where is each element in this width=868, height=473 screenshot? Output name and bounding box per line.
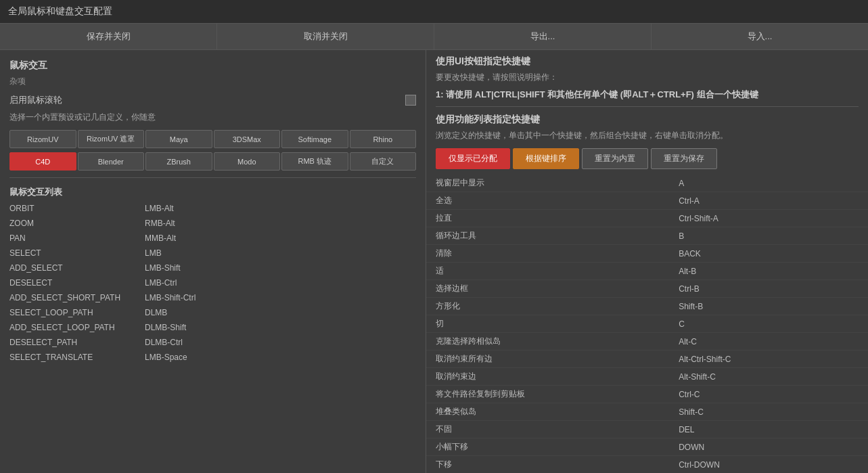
shortcut-table-row[interactable]: 循环边工具B [426,227,868,245]
mouse-scroll-checkbox[interactable] [405,95,416,106]
shortcut-name: 不固 [426,421,669,438]
shortcut-table-row[interactable]: 选择边框Ctrl-B [426,280,868,298]
shortcut-table-row[interactable]: 取消约束所有边Alt-Ctrl-Shift-C [426,351,868,368]
shortcut-table-row[interactable]: 下移Ctrl-DOWN [426,456,868,474]
save-close-button[interactable]: 保存并关闭 [0,24,217,49]
mouse-section-title: 鼠标交互 [0,55,426,74]
shortcut-list-wrapper[interactable]: 视窗层中显示A全选Ctrl-A拉直Ctrl-Shift-A循环边工具B清除BAC… [426,175,868,473]
shortcut-key: Ctrl-B [669,280,868,298]
shortcut-key: Ctrl-DOWN [669,456,868,474]
shortcut-name: 清除 [426,245,669,263]
preset-3dsmax[interactable]: 3DSMax [214,130,281,148]
shortcut-table-row[interactable]: 视窗层中显示A [426,175,868,192]
shortcut-table-row[interactable]: 全选Ctrl-A [426,192,868,210]
left-panel: 鼠标交互 杂项 启用鼠标滚轮 选择一个内置预设或记几自定义，你随意 RizomU… [0,50,426,473]
preset-custom[interactable]: 自定义 [350,152,417,171]
shortcut-name: 方形化 [426,298,669,315]
shortcut-table-row[interactable]: 清除BACK [426,245,868,263]
shortcut-table-row[interactable]: 方形化Shift-B [426,298,868,315]
shortcut-table-row[interactable]: 适Alt-B [426,263,868,280]
mouse-binding: LMB-Shift [135,261,426,275]
shortcut-table-row[interactable]: 拉直Ctrl-Shift-A [426,210,868,227]
shortcut-table-row[interactable]: 不固DEL [426,421,868,438]
preset-modo[interactable]: Modo [214,152,281,171]
show-assigned-button[interactable]: 仅显示已分配 [436,148,510,169]
mouse-table-row[interactable]: SELECT_TRANSLATELMB-Space [0,350,426,365]
cancel-close-button[interactable]: 取消并关闭 [217,24,434,49]
mouse-action: DESELECT [0,275,135,290]
shortcut-table-row[interactable]: 小幅下移DOWN [426,438,868,456]
preset-softimage[interactable]: Softimage [281,130,348,148]
toolbar: 保存并关闭 取消并关闭 导出... 导入... [0,24,868,50]
mouse-table-row[interactable]: DESELECTLMB-Ctrl [0,275,426,290]
shortcut-name: 取消约束所有边 [426,351,669,368]
preset-maya[interactable]: Maya [145,130,212,148]
shortcut-list-container: 视窗层中显示A全选Ctrl-A拉直Ctrl-Shift-A循环边工具B清除BAC… [426,175,868,473]
shortcut-name: 全选 [426,192,669,210]
mouse-action: PAN [0,231,135,246]
mouse-action: ZOOM [0,216,135,231]
shortcut-key: Shift-B [669,298,868,315]
mouse-table-row[interactable]: SELECTLMB [0,246,426,261]
mouse-table-row[interactable]: ZOOMRMB-Alt [0,216,426,231]
mouse-list-title: 鼠标交互列表 [0,183,426,201]
preset-c4d[interactable]: C4D [9,152,76,171]
mouse-table-row[interactable]: ADD_SELECT_SHORT_PATHLMB-Shift-Ctrl [0,290,426,305]
mouse-table-row[interactable]: PANMMB-Alt [0,231,426,246]
shortcut-table-row[interactable]: 堆叠类似岛Shift-C [426,403,868,421]
shortcut-name: 将文件路径复制到剪贴板 [426,386,669,403]
shortcut-table-row[interactable]: 克隆选择跨相似岛Alt-C [426,333,868,351]
presets-grid-row1: RizomUV RizomUV 遮罩 Maya 3DSMax Softimage… [0,127,426,151]
shortcut-name: 循环边工具 [426,227,669,245]
mouse-scroll-label: 启用鼠标滚轮 [9,94,62,106]
mouse-table-row[interactable]: ADD_SELECTLMB-Shift [0,261,426,275]
mouse-table-row[interactable]: SELECT_LOOP_PATHDLMB [0,305,426,320]
shortcut-name: 取消约束边 [426,368,669,386]
shortcut-table-row[interactable]: 将文件路径复制到剪贴板Ctrl-C [426,386,868,403]
mouse-action: ORBIT [0,201,135,216]
preset-zbrush[interactable]: ZBrush [145,152,212,171]
main-content: 鼠标交互 杂项 启用鼠标滚轮 选择一个内置预设或记几自定义，你随意 RizomU… [0,50,868,473]
mouse-action: SELECT_LOOP_PATH [0,305,135,320]
reset-save-button[interactable]: 重置为保存 [651,148,717,169]
presets-grid-row2: C4D Blender ZBrush Modo RMB 轨迹 自定义 [0,151,426,172]
shortcut-key: BACK [669,245,868,263]
shortcut-key: DOWN [669,438,868,456]
preset-label: 选择一个内置预设或记几自定义，你随意 [0,109,426,127]
func-hint: 浏览定义的快捷键，单击其中一个快捷键，然后组合快捷键，右键单击取消分配。 [426,129,868,145]
preset-rhino[interactable]: Rhino [350,130,417,148]
shortcut-table-row[interactable]: 切C [426,315,868,333]
shortcut-name: 视窗层中显示 [426,175,669,192]
mouse-table-row[interactable]: ADD_SELECT_LOOP_PATHDLMB-Shift [0,320,426,335]
mouse-table-row[interactable]: ORBITLMB-Alt [0,201,426,216]
shortcut-key: Alt-B [669,263,868,280]
preset-blender[interactable]: Blender [78,152,145,171]
preset-rmb[interactable]: RMB 轨迹 [281,152,348,171]
shortcut-key: A [669,175,868,192]
shortcut-key: Alt-Shift-C [669,368,868,386]
mouse-action: SELECT [0,246,135,261]
shortcut-key: Ctrl-Shift-A [669,210,868,227]
shortcut-hint: 要更改快捷键，请按照说明操作： [426,70,868,86]
mouse-table-row[interactable]: DESELECT_PATHDLMB-Ctrl [0,335,426,350]
mouse-action: ADD_SELECT_LOOP_PATH [0,320,135,335]
sort-by-key-button[interactable]: 根据键排序 [513,148,579,169]
shortcut-name: 拉直 [426,210,669,227]
preset-rizom-mask[interactable]: RizomUV 遮罩 [78,130,145,148]
reset-builtin-button[interactable]: 重置为内置 [582,148,648,169]
mouse-action: ADD_SELECT_SHORT_PATH [0,290,135,305]
shortcut-instruction: 1: 请使用 ALT|CTRL|SHIFT 和其他任何单个键 (即ALT＋CTR… [426,86,868,106]
shortcut-key: Ctrl-A [669,192,868,210]
preset-rizom[interactable]: RizomUV [9,130,76,148]
shortcut-key: C [669,315,868,333]
export-button[interactable]: 导出... [434,24,652,49]
shortcut-name: 下移 [426,456,669,474]
import-button[interactable]: 导入... [652,24,868,49]
right-divider [436,106,859,107]
shortcut-table-row[interactable]: 取消约束边Alt-Shift-C [426,368,868,386]
right-panel: 使用UI按钮指定快捷键 要更改快捷键，请按照说明操作： 1: 请使用 ALT|C… [426,50,868,473]
mouse-binding: LMB-Shift-Ctrl [135,290,426,305]
mouse-interaction-table: ORBITLMB-AltZOOMRMB-AltPANMMB-AltSELECTL… [0,201,426,365]
func-section-title: 使用功能列表指定快捷键 [426,111,868,129]
shortcut-key: Ctrl-C [669,386,868,403]
